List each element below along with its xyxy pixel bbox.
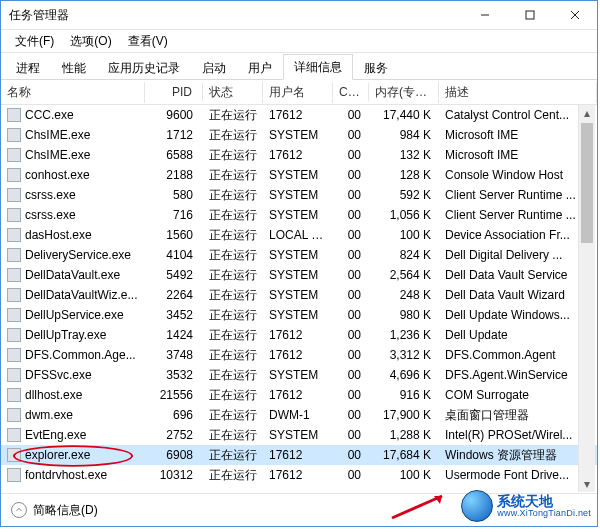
scroll-down-icon[interactable]: ▾ xyxy=(579,476,595,492)
process-cpu: 00 xyxy=(333,246,369,264)
process-pid: 580 xyxy=(145,186,203,204)
process-memory: 100 K xyxy=(369,226,439,244)
table-row[interactable]: DellDataVaultWiz.e...2264正在运行SYSTEM00248… xyxy=(1,285,597,305)
svg-rect-1 xyxy=(526,11,534,19)
process-pid: 6588 xyxy=(145,146,203,164)
app-icon xyxy=(7,468,21,482)
table-row[interactable]: fontdrvhost.exe10312正在运行1761200100 KUser… xyxy=(1,465,597,485)
process-memory: 1,236 K xyxy=(369,326,439,344)
process-user: 17612 xyxy=(263,466,333,484)
process-user: SYSTEM xyxy=(263,166,333,184)
process-status: 正在运行 xyxy=(203,225,263,246)
process-name: fontdrvhost.exe xyxy=(25,468,107,482)
process-memory: 132 K xyxy=(369,146,439,164)
process-cpu: 00 xyxy=(333,326,369,344)
app-icon xyxy=(7,308,21,322)
process-user: 17612 xyxy=(263,106,333,124)
table-row[interactable]: DellDataVault.exe5492正在运行SYSTEM002,564 K… xyxy=(1,265,597,285)
scroll-up-icon[interactable]: ▴ xyxy=(579,105,595,121)
process-status: 正在运行 xyxy=(203,265,263,286)
process-pid: 1712 xyxy=(145,126,203,144)
process-pid: 3748 xyxy=(145,346,203,364)
process-cpu: 00 xyxy=(333,406,369,424)
process-name: csrss.exe xyxy=(25,208,76,222)
col-pid[interactable]: PID xyxy=(145,83,203,101)
column-headers: 名称 PID 状态 用户名 CPU 内存(专用... 描述 xyxy=(1,80,597,105)
menu-view[interactable]: 查看(V) xyxy=(120,31,176,52)
tab-2[interactable]: 应用历史记录 xyxy=(97,55,191,80)
tab-bar: 进程性能应用历史记录启动用户详细信息服务 xyxy=(1,53,597,80)
maximize-button[interactable] xyxy=(507,1,552,29)
vertical-scrollbar[interactable]: ▴ ▾ xyxy=(578,105,595,492)
table-row[interactable]: ChsIME.exe6588正在运行1761200132 KMicrosoft … xyxy=(1,145,597,165)
process-status: 正在运行 xyxy=(203,425,263,446)
table-row[interactable]: DellUpService.exe3452正在运行SYSTEM00980 KDe… xyxy=(1,305,597,325)
process-name: dllhost.exe xyxy=(25,388,82,402)
col-status[interactable]: 状态 xyxy=(203,82,263,103)
process-memory: 2,564 K xyxy=(369,266,439,284)
menu-file[interactable]: 文件(F) xyxy=(7,31,62,52)
process-status: 正在运行 xyxy=(203,105,263,126)
col-name[interactable]: 名称 xyxy=(1,82,145,103)
process-cpu: 00 xyxy=(333,306,369,324)
tab-0[interactable]: 进程 xyxy=(5,55,51,80)
table-row[interactable]: csrss.exe580正在运行SYSTEM00592 KClient Serv… xyxy=(1,185,597,205)
table-row[interactable]: dasHost.exe1560正在运行LOCAL SE...00100 KDev… xyxy=(1,225,597,245)
process-user: 17612 xyxy=(263,146,333,164)
process-user: SYSTEM xyxy=(263,426,333,444)
process-memory: 592 K xyxy=(369,186,439,204)
menubar: 文件(F) 选项(O) 查看(V) xyxy=(1,30,597,53)
process-status: 正在运行 xyxy=(203,285,263,306)
table-row[interactable]: dllhost.exe21556正在运行1761200916 KCOM Surr… xyxy=(1,385,597,405)
table-row[interactable]: conhost.exe2188正在运行SYSTEM00128 KConsole … xyxy=(1,165,597,185)
table-row[interactable]: ChsIME.exe1712正在运行SYSTEM00984 KMicrosoft… xyxy=(1,125,597,145)
process-desc: Dell Update Windows... xyxy=(439,306,597,324)
table-row[interactable]: CCC.exe9600正在运行176120017,440 KCatalyst C… xyxy=(1,105,597,125)
table-row[interactable]: EvtEng.exe2752正在运行SYSTEM001,288 KIntel(R… xyxy=(1,425,597,445)
process-status: 正在运行 xyxy=(203,245,263,266)
process-desc: Client Server Runtime ... xyxy=(439,186,597,204)
process-cpu: 00 xyxy=(333,126,369,144)
table-row[interactable]: DeliveryService.exe4104正在运行SYSTEM00824 K… xyxy=(1,245,597,265)
process-name: DellUpService.exe xyxy=(25,308,124,322)
process-user: LOCAL SE... xyxy=(263,226,333,244)
process-user: DWM-1 xyxy=(263,406,333,424)
table-row[interactable]: csrss.exe716正在运行SYSTEM001,056 KClient Se… xyxy=(1,205,597,225)
menu-options[interactable]: 选项(O) xyxy=(62,31,119,52)
minimize-button[interactable] xyxy=(462,1,507,29)
col-cpu[interactable]: CPU xyxy=(333,83,369,101)
scroll-thumb[interactable] xyxy=(581,123,593,243)
fewer-details-link[interactable]: 简略信息(D) xyxy=(33,502,98,519)
app-icon xyxy=(7,228,21,242)
table-row[interactable]: dwm.exe696正在运行DWM-10017,900 K桌面窗口管理器 xyxy=(1,405,597,425)
table-row[interactable]: DFS.Common.Age...3748正在运行17612003,312 KD… xyxy=(1,345,597,365)
col-desc[interactable]: 描述 xyxy=(439,82,597,103)
col-user[interactable]: 用户名 xyxy=(263,82,333,103)
tab-5[interactable]: 详细信息 xyxy=(283,54,353,80)
process-memory: 248 K xyxy=(369,286,439,304)
process-desc: Console Window Host xyxy=(439,166,597,184)
process-user: 17612 xyxy=(263,386,333,404)
tab-4[interactable]: 用户 xyxy=(237,55,283,80)
process-user: SYSTEM xyxy=(263,266,333,284)
table-row[interactable]: DellUpTray.exe1424正在运行17612001,236 KDell… xyxy=(1,325,597,345)
tab-6[interactable]: 服务 xyxy=(353,55,399,80)
app-icon xyxy=(7,408,21,422)
process-memory: 980 K xyxy=(369,306,439,324)
process-cpu: 00 xyxy=(333,446,369,464)
close-button[interactable] xyxy=(552,1,597,29)
titlebar[interactable]: 任务管理器 xyxy=(1,1,597,30)
process-name: dasHost.exe xyxy=(25,228,92,242)
process-name: ChsIME.exe xyxy=(25,128,90,142)
process-user: SYSTEM xyxy=(263,366,333,384)
process-cpu: 00 xyxy=(333,206,369,224)
table-row[interactable]: explorer.exe6908正在运行176120017,684 KWindo… xyxy=(1,445,597,465)
tab-1[interactable]: 性能 xyxy=(51,55,97,80)
process-cpu: 00 xyxy=(333,286,369,304)
chevron-down-icon[interactable] xyxy=(11,502,27,518)
tab-3[interactable]: 启动 xyxy=(191,55,237,80)
col-mem[interactable]: 内存(专用... xyxy=(369,82,439,103)
table-row[interactable]: DFSSvc.exe3532正在运行SYSTEM004,696 KDFS.Age… xyxy=(1,365,597,385)
process-status: 正在运行 xyxy=(203,365,263,386)
process-list[interactable]: CCC.exe9600正在运行176120017,440 KCatalyst C… xyxy=(1,105,597,485)
